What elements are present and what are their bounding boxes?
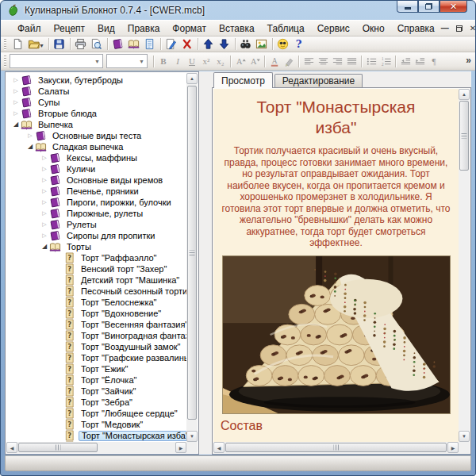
open-folder-icon[interactable]	[25, 37, 41, 52]
expand-toggle-icon[interactable]: ▷	[40, 208, 49, 219]
document-icon[interactable]	[142, 37, 158, 52]
expand-toggle-icon[interactable]: ▷	[11, 108, 21, 119]
scrollbar-thumb[interactable]	[187, 86, 197, 420]
tree-item[interactable]: ?Торт "Белоснежка"	[6, 297, 186, 308]
scroll-right-icon[interactable]: ▶	[447, 442, 459, 453]
tree-item-label[interactable]: Торт "Ёлочка"	[79, 375, 139, 386]
tree-item-label[interactable]: Песочный сезонный тортик	[79, 286, 186, 297]
tree-item[interactable]: ?Венский торт "Захер"	[6, 263, 186, 274]
expand-toggle-icon[interactable]: ▷	[11, 86, 21, 97]
tree-item-label[interactable]: Куличи	[64, 164, 98, 175]
tree-item[interactable]: ▷Основные виды кремов	[6, 175, 186, 186]
save-icon[interactable]	[52, 37, 67, 52]
tree-item-label[interactable]: Торт "Зебра"	[79, 397, 135, 408]
scrollbar-thumb[interactable]	[225, 443, 447, 452]
expand-toggle-icon[interactable]: ▷	[40, 197, 49, 208]
toolbar-overflow-chevron[interactable]: »	[466, 55, 471, 66]
menu-edit[interactable]: Правка	[121, 21, 167, 36]
chevron-down-icon[interactable]: ▼	[136, 59, 147, 64]
tree-item-label[interactable]: Торт "Весенняя фантазия"	[79, 320, 186, 330]
recipe-book-icon[interactable]	[110, 37, 126, 52]
tree-horizontal-scrollbar[interactable]: ◀ ▶	[6, 442, 186, 453]
toolbar-grip[interactable]	[4, 39, 6, 50]
collapse-toggle-icon[interactable]: ◢	[11, 119, 21, 130]
tree-item-label[interactable]: Торт "Воздушный замок"	[79, 342, 182, 352]
tree-item-label[interactable]: Салаты	[36, 86, 71, 97]
mdi-minimize-button[interactable]: —	[441, 25, 449, 33]
tree-item-label[interactable]: Торт "Виноградная фантазия"	[79, 331, 186, 341]
tree-item[interactable]: ?Торт "Ежик"	[6, 363, 186, 374]
edit-recipe-icon[interactable]	[163, 37, 179, 52]
tree-item-label[interactable]: Печенье, пряники	[64, 186, 141, 197]
preview-horizontal-scrollbar[interactable]: ◀ ▶	[213, 442, 459, 453]
menu-file[interactable]: Файл	[11, 21, 48, 36]
tree-item[interactable]: ?Торт "Вдохновение"	[6, 308, 186, 319]
insert-image-icon[interactable]	[254, 37, 270, 52]
restore-button[interactable]	[418, 1, 440, 13]
print-icon[interactable]	[73, 37, 89, 52]
tree-item-label[interactable]: Торт "Зайчик"	[79, 386, 138, 397]
tree-item[interactable]: ?Торт "Весенняя фантазия"	[6, 319, 186, 330]
tree-item[interactable]: ◢Выпечка	[6, 119, 186, 130]
tree-item-label[interactable]: Закуски, бутерброды	[36, 75, 125, 86]
scroll-up-icon[interactable]: ▲	[186, 73, 198, 84]
tree-item[interactable]: ▷Закуски, бутерброды	[6, 75, 186, 86]
tree-item[interactable]: ?Торт "Монастырская изба"	[6, 430, 186, 441]
menu-format[interactable]: Формат	[166, 21, 213, 36]
tree-item[interactable]: ▷Салаты	[6, 86, 186, 97]
menu-window[interactable]: Окно	[356, 21, 391, 36]
collapse-toggle-icon[interactable]: ◢	[25, 141, 35, 152]
tree-item[interactable]: ▷Кексы, маффины	[6, 152, 186, 163]
tree-item[interactable]: ▷Сиропы для пропитки	[6, 230, 186, 241]
tree-item[interactable]: ?Торт "Воздушный замок"	[6, 341, 186, 352]
menu-table[interactable]: Таблица	[261, 21, 311, 36]
tree-item-label[interactable]: Торт "Ежик"	[79, 364, 130, 374]
new-document-icon[interactable]	[10, 37, 25, 52]
expand-toggle-icon[interactable]: ▷	[40, 230, 49, 241]
mdi-restore-button[interactable]	[456, 25, 463, 32]
tree-vertical-scrollbar[interactable]: ▲ ▼	[186, 73, 198, 442]
chevron-down-icon[interactable]: ▼	[92, 59, 102, 64]
collapse-toggle-icon[interactable]: ◢	[40, 241, 49, 252]
move-up-icon[interactable]	[201, 37, 217, 52]
tree-item-label[interactable]: Торт "Графские развалины"	[79, 353, 186, 363]
scroll-down-icon[interactable]: ▼	[186, 431, 198, 442]
tree-item[interactable]: ?Торт "Зайчик"	[6, 386, 186, 397]
tree-item[interactable]: ?Торт "Зебра"	[6, 397, 186, 408]
tree-item-label[interactable]: Выпечка	[36, 120, 75, 130]
tree-item-label[interactable]: Основные виды теста	[50, 131, 144, 141]
tree-item[interactable]: ▷Супы	[6, 97, 186, 108]
delete-recipe-icon[interactable]	[179, 37, 195, 52]
mdi-close-button[interactable]: ✕	[470, 25, 476, 33]
expand-toggle-icon[interactable]: ▷	[40, 186, 49, 197]
tree-item-label[interactable]: Пирожные, рулеты	[64, 209, 145, 219]
scroll-down-icon[interactable]: ▼	[459, 431, 470, 442]
tree-item-label[interactable]: Торт "Белоснежка"	[79, 298, 159, 308]
tree-item[interactable]: ▷Рулеты	[6, 219, 186, 230]
scrollbar-thumb[interactable]	[18, 443, 98, 452]
menu-service[interactable]: Сервис	[311, 21, 356, 36]
tree-item[interactable]: ?Торт "Медовик"	[6, 419, 186, 430]
close-button[interactable]: ✕	[440, 1, 467, 13]
tree-item[interactable]: ?Торт "Раффаэлло"	[6, 252, 186, 263]
expand-toggle-icon[interactable]: ▷	[11, 97, 21, 108]
tree-item[interactable]: ?Торт "Ёлочка"	[6, 374, 186, 386]
tree-item-label[interactable]: Кексы, маффины	[64, 153, 140, 163]
expand-toggle-icon[interactable]: ▷	[40, 163, 49, 175]
expand-toggle-icon[interactable]: ▷	[40, 175, 49, 186]
tree-item[interactable]: ?Торт "Любящее сердце"	[6, 408, 186, 419]
tree-item-label[interactable]: Торт "Раффаэлло"	[79, 253, 159, 263]
tree-item-label[interactable]: Супы	[36, 98, 62, 108]
expand-toggle-icon[interactable]: ▷	[40, 152, 49, 163]
menu-view[interactable]: Вид	[91, 21, 121, 36]
tree-item[interactable]: ▷Пироги, пирожки, булочки	[6, 197, 186, 208]
tree-item[interactable]: ▷Вторые блюда	[6, 108, 186, 119]
scrollbar-thumb[interactable]	[459, 101, 469, 171]
tree-item[interactable]: ▷Основные виды теста	[6, 130, 186, 141]
menu-insert[interactable]: Вставка	[213, 21, 261, 36]
tree-item-label[interactable]: Рулеты	[64, 220, 99, 230]
font-name-combo[interactable]: ▼	[10, 54, 103, 68]
tree-item-label[interactable]: Торты	[64, 242, 94, 252]
expand-toggle-icon[interactable]: ▷	[11, 75, 21, 86]
print-preview-icon[interactable]	[89, 37, 105, 52]
